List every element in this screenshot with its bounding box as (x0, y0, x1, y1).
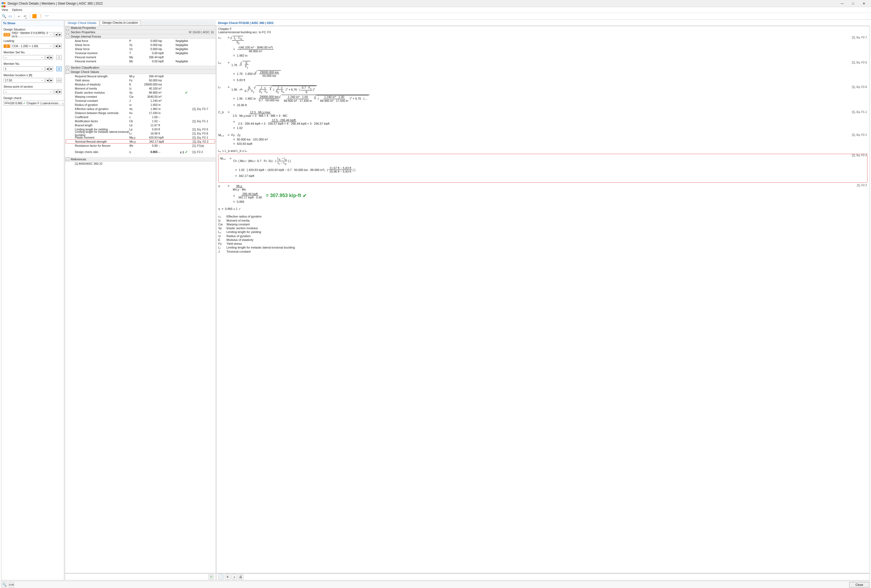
toolbar: 🔍 ▭ ⌐ ⌐̲ 🟧 ⌶ 〰 (0, 12, 871, 19)
app-icon (1, 1, 6, 6)
menu-options[interactable]: Options (12, 8, 22, 12)
menu-view[interactable]: View (1, 8, 8, 12)
maximize-button[interactable]: □ (848, 0, 859, 7)
tool-graph-icon[interactable]: 〰 (44, 13, 49, 19)
tool-beam1-icon[interactable]: ⌐ (16, 13, 22, 19)
titlebar: Design Check Details | Members | Steel D… (0, 0, 871, 7)
tool-zoom-icon[interactable]: 🔍 (1, 13, 6, 19)
tool-section-icon[interactable]: ⌶ (38, 13, 43, 19)
menubar: View Options (0, 7, 871, 12)
window-title: Design Check Details | Members | Steel D… (7, 1, 837, 6)
tool-filter-icon[interactable]: ▭ (7, 13, 13, 19)
minimize-button[interactable]: — (837, 0, 848, 7)
tool-beam2-icon[interactable]: ⌐̲ (22, 13, 28, 19)
close-window-button[interactable]: ✕ (859, 0, 870, 7)
tool-colors-icon[interactable]: 🟧 (31, 13, 37, 19)
